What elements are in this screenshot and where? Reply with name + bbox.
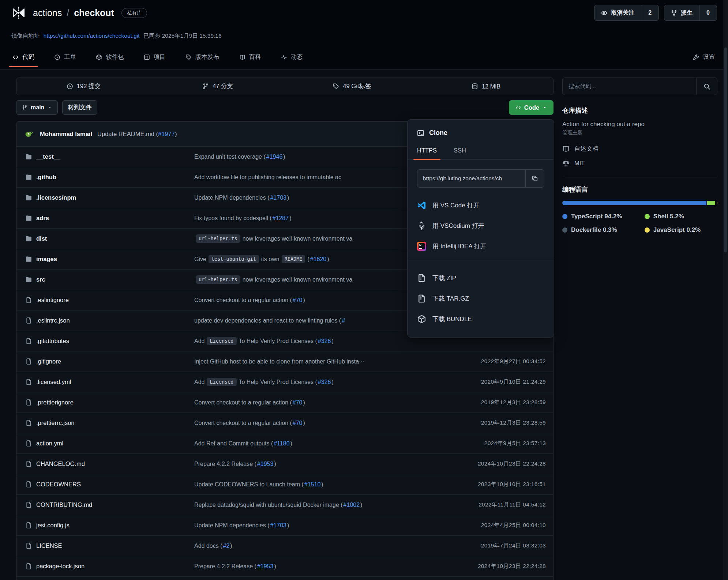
tab-工单[interactable]: 工单 bbox=[53, 47, 78, 67]
file-name-link[interactable]: .prettierignore bbox=[36, 399, 194, 406]
menu-item-用-intellij-idea-打开[interactable]: IJ 用 Intellij IDEA 打开 bbox=[417, 236, 544, 256]
commit-date: 2022年9月27日 00:34:52 bbox=[481, 358, 546, 365]
fork-button[interactable]: 派生 bbox=[664, 5, 699, 20]
tab-百科[interactable]: 百科 bbox=[238, 47, 263, 67]
manage-topics-link[interactable]: 管理主题 bbox=[562, 129, 583, 135]
repo-sidebar: 仓库描述 Action for checking out a repo 管理主题… bbox=[562, 78, 717, 234]
code-button-label: Code bbox=[524, 104, 539, 111]
commit-message: Prepare 4.2.2 Release (#1953) bbox=[194, 563, 470, 570]
issue-link[interactable]: #1953 bbox=[257, 461, 274, 467]
message-text: Inject GitHub host to be able to clone f… bbox=[194, 358, 365, 365]
unwatch-button[interactable]: 取消关注 bbox=[594, 5, 641, 20]
file-name-link[interactable]: .licensed.yml bbox=[36, 378, 194, 385]
file-name-link[interactable]: images bbox=[36, 256, 194, 263]
repo-stat[interactable]: 12 MiB bbox=[419, 83, 553, 90]
file-name-link[interactable]: jest.config.js bbox=[36, 522, 194, 529]
language-legend-item: JavaScript 0.2% bbox=[645, 226, 717, 234]
issue-link[interactable]: #1703 bbox=[270, 195, 286, 201]
issue-link[interactable]: # bbox=[342, 317, 345, 324]
table-row: package-lock.json Prepare 4.2.2 Release … bbox=[16, 556, 553, 577]
issue-link[interactable]: #1703 bbox=[270, 522, 286, 529]
file-name-link[interactable]: LICENSE bbox=[36, 542, 194, 549]
goto-file-button[interactable]: 转到文件 bbox=[62, 100, 97, 115]
avatar[interactable] bbox=[24, 129, 35, 140]
copy-url-button[interactable] bbox=[525, 170, 544, 187]
file-name-link[interactable]: package-lock.json bbox=[36, 563, 194, 570]
file-name-link[interactable]: .github bbox=[36, 174, 194, 181]
search-input[interactable] bbox=[563, 78, 696, 95]
file-name-link[interactable]: .prettierrc.json bbox=[36, 419, 194, 426]
menu-item-下载-bundle[interactable]: 下载 BUNDLE bbox=[417, 309, 544, 329]
menu-item-下载-zip[interactable]: 下载 ZIP bbox=[417, 268, 544, 288]
search-button[interactable] bbox=[696, 78, 717, 95]
repo-stat[interactable]: 192 提交 bbox=[16, 82, 151, 90]
scrollbar-thumb[interactable] bbox=[724, 48, 727, 252]
message-text: ) bbox=[303, 297, 305, 304]
stat-text: 192 提交 bbox=[77, 82, 101, 90]
branch-selector[interactable]: main bbox=[16, 100, 58, 115]
menu-item-下载-tar.gz[interactable]: 下载 TAR.GZ bbox=[417, 288, 544, 309]
menu-item-用-vs-code-打开[interactable]: 用 VS Code 打开 bbox=[417, 195, 544, 215]
file-name-suffix: /npm bbox=[62, 194, 76, 201]
file-name-link[interactable]: CODEOWNERS bbox=[36, 481, 194, 488]
clone-url-input[interactable] bbox=[417, 170, 525, 187]
tab-https[interactable]: HTTPS bbox=[417, 147, 437, 159]
file-name-link[interactable]: adrs bbox=[36, 215, 194, 222]
file-name-link[interactable]: CHANGELOG.md bbox=[36, 460, 194, 467]
meta-MIT[interactable]: MIT bbox=[562, 160, 717, 167]
tab-settings[interactable]: 设置 bbox=[691, 47, 716, 67]
commit-message: Add Licensed To Help Verify Prod License… bbox=[194, 378, 474, 386]
intellij-icon: IJ bbox=[417, 242, 426, 251]
menu-item-用-vscodium-打开[interactable]: 用 VSCodium 打开 bbox=[417, 215, 544, 236]
breadcrumb-owner-link[interactable]: actions bbox=[33, 8, 62, 18]
tab-项目[interactable]: 项目 bbox=[142, 47, 167, 67]
tab-软件包[interactable]: 软件包 bbox=[94, 47, 125, 67]
tab-ssh[interactable]: SSH bbox=[454, 147, 466, 159]
file-name-link[interactable]: .licenses/npm bbox=[36, 194, 194, 201]
issue-link[interactable]: #1180 bbox=[274, 440, 289, 447]
issue-link[interactable]: #70 bbox=[293, 399, 303, 406]
issue-link[interactable]: #326 bbox=[318, 338, 331, 344]
issue-link[interactable]: #1002 bbox=[344, 502, 360, 508]
tab-动态[interactable]: 动态 bbox=[279, 47, 304, 67]
meta-自述文档[interactable]: 自述文档 bbox=[562, 145, 717, 153]
issue-link[interactable]: #1287 bbox=[273, 215, 289, 222]
file-icon bbox=[24, 481, 33, 488]
file-name-link[interactable]: __test__ bbox=[36, 153, 194, 160]
issue-link[interactable]: #1510 bbox=[304, 481, 321, 488]
file-name-link[interactable]: CONTRIBUTING.md bbox=[36, 501, 194, 508]
fork-count[interactable]: 0 bbox=[699, 5, 717, 20]
issue-link[interactable]: #1977 bbox=[158, 131, 175, 137]
file-name-link[interactable]: .eslintignore bbox=[36, 297, 194, 304]
commit-author-link[interactable]: Mohammad Ismail bbox=[40, 131, 92, 138]
issue-link[interactable]: #1946 bbox=[266, 154, 283, 160]
file-name-link[interactable]: dist bbox=[36, 235, 194, 242]
file-name-link[interactable]: .gitattributes bbox=[36, 338, 194, 344]
breadcrumb-repo-link[interactable]: checkout bbox=[74, 8, 114, 18]
file-name-link[interactable]: .gitignore bbox=[36, 358, 194, 365]
issue-link[interactable]: #2 bbox=[223, 543, 229, 549]
watch-count[interactable]: 2 bbox=[641, 5, 658, 20]
issue-link[interactable]: #1953 bbox=[257, 563, 274, 570]
folder-icon bbox=[24, 276, 33, 283]
issue-link[interactable]: #70 bbox=[293, 420, 303, 426]
zip-icon bbox=[417, 294, 426, 303]
sidebar-divider bbox=[562, 176, 717, 176]
fork-button-group: 派生 0 bbox=[664, 5, 717, 21]
repo-stat[interactable]: 49 Git标签 bbox=[285, 82, 419, 90]
repo-stat[interactable]: 47 分支 bbox=[151, 82, 285, 90]
tab-版本发布[interactable]: 版本发布 bbox=[184, 47, 221, 67]
file-name-link[interactable]: action.yml bbox=[36, 440, 194, 447]
issue-link[interactable]: #1620 bbox=[310, 256, 327, 263]
mirror-url-link[interactable]: https://github.com/actions/checkout.git bbox=[44, 33, 140, 39]
code-button[interactable]: Code bbox=[509, 100, 553, 115]
commit-message: Update NPM dependencies (#1703) bbox=[194, 522, 474, 529]
meta-label: MIT bbox=[574, 160, 585, 167]
file-name-link[interactable]: src bbox=[36, 276, 194, 283]
file-name-link[interactable]: .eslintrc.json bbox=[36, 317, 194, 324]
tag-icon bbox=[185, 54, 192, 60]
breadcrumb: actions / checkout bbox=[33, 8, 114, 18]
tab-代码[interactable]: 代码 bbox=[11, 47, 36, 67]
issue-link[interactable]: #326 bbox=[318, 379, 331, 385]
issue-link[interactable]: #70 bbox=[293, 297, 303, 304]
